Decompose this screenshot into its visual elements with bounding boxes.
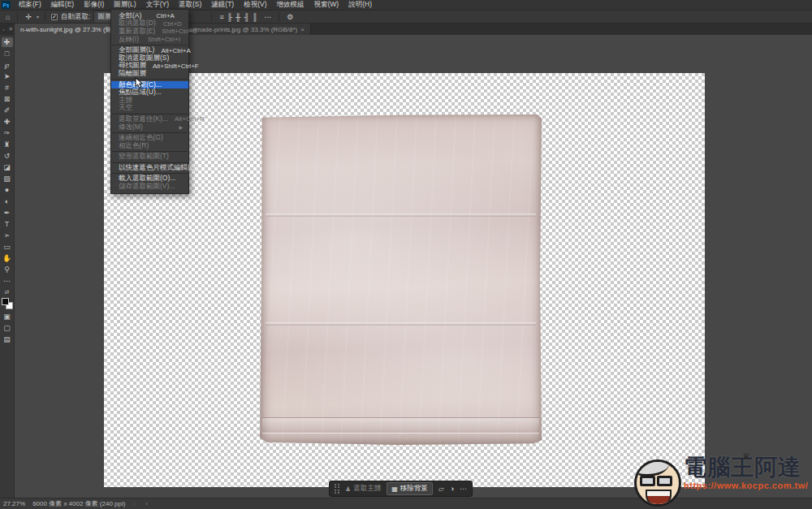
hand-tool[interactable]: ✋	[2, 253, 13, 263]
swap-colors-icon[interactable]: ⇄	[5, 289, 10, 295]
app-frame-icon[interactable]: ▤	[3, 335, 11, 343]
align-menu-icon[interactable]: ≡	[218, 13, 225, 21]
select-menu-dropdown: 全部(A) Ctrl+A 取消選取(D) Ctrl+D 重新選取(E) Shif…	[110, 9, 189, 194]
menu-item-sky[interactable]: 天空	[111, 105, 188, 113]
zoom-level-field[interactable]: 27.27%	[3, 500, 25, 507]
menu-plugins[interactable]: 增效模組	[272, 0, 309, 8]
person-icon: ♟	[345, 485, 351, 493]
divider	[17, 12, 18, 21]
gradient-tool[interactable]: ▨	[2, 174, 13, 183]
quick-mask-icon[interactable]: ▣	[3, 313, 11, 321]
chevron-down-icon[interactable]: ▾	[37, 14, 39, 19]
menu-file[interactable]: 檔案(F)	[14, 0, 46, 8]
distribute-icon[interactable]: ║	[251, 13, 259, 21]
home-icon[interactable]: ⌂	[4, 13, 11, 21]
menu-view[interactable]: 檢視(V)	[239, 0, 271, 8]
dodge-tool[interactable]: ◐	[2, 196, 13, 206]
fabric-image[interactable]	[260, 114, 542, 445]
move-tool[interactable]: ✛	[2, 37, 13, 47]
close-icon[interactable]: ×	[300, 26, 304, 33]
align-center-icon[interactable]: ╫	[234, 13, 242, 21]
fabric-hem	[262, 417, 538, 434]
eraser-tool[interactable]: ◪	[2, 162, 13, 172]
crown-icon: ♛	[742, 451, 750, 462]
brush-tool[interactable]: ✑	[2, 128, 13, 138]
dock-minimize-icon[interactable]: ▫	[0, 24, 7, 35]
site-watermark: ♛ 電腦王阿達 https://www.kocpc.com.tw/	[634, 455, 812, 509]
crop-tool[interactable]: #	[2, 83, 13, 93]
menu-item-transform-selection[interactable]: 變形選取範圍(T)	[111, 153, 188, 162]
align-right-edges-icon[interactable]: ╢	[242, 13, 250, 21]
mascot-mouth	[646, 490, 672, 507]
divider	[211, 12, 212, 21]
healing-brush-tool[interactable]: ✚	[2, 117, 13, 127]
lasso-tool[interactable]: ℘	[2, 60, 13, 70]
mascot-hair	[634, 459, 669, 477]
foreground-color-swatch[interactable]	[2, 298, 9, 305]
canvas-transparency-checkerboard[interactable]	[104, 73, 705, 487]
auto-select-label: 自動選取:	[61, 12, 90, 22]
type-tool[interactable]: T	[2, 219, 13, 229]
menu-window[interactable]: 視窗(W)	[309, 0, 344, 8]
drag-handle[interactable]	[335, 484, 339, 494]
menu-image[interactable]: 影像(I)	[79, 0, 109, 8]
image-icon: ▦	[391, 485, 398, 493]
adjustment-icon[interactable]: ◑	[450, 485, 454, 493]
menu-item-modify[interactable]: 修改(M) ▶	[111, 123, 188, 132]
more-options-icon[interactable]: ⋯	[460, 485, 467, 493]
edit-toolbar-icon[interactable]: ⋯	[2, 276, 13, 286]
watermark-url: https://www.kocpc.com.tw/	[684, 481, 808, 490]
remove-background-button[interactable]: ▦ 移除背景	[387, 482, 433, 495]
scroll-left-icon[interactable]: ‹	[145, 501, 147, 507]
marquee-tool[interactable]: □	[2, 49, 13, 58]
object-selection-tool[interactable]: ➤	[2, 71, 13, 81]
move-tool-preset-icon[interactable]: ✛	[24, 13, 33, 21]
contextual-task-bar: ♟ 選取主體 ▦ 移除背景 ▱ ◑ ⋯	[329, 481, 473, 497]
photoshop-logo: Ps	[2, 1, 11, 9]
blur-tool[interactable]: ●	[2, 185, 13, 195]
menu-edit[interactable]: 編輯(E)	[46, 0, 79, 8]
color-swatches[interactable]	[2, 298, 13, 309]
mouse-cursor	[135, 77, 144, 89]
tools-panel: ✛□℘➤#⊠✐✚✑♜↺◪▨●◐✒T➣▭✋⚲⋯ ⇄ ▣▢▤	[0, 35, 15, 498]
divider	[279, 12, 279, 21]
document-size-info: 6000 像素 x 4002 像素 (240 ppi)	[32, 499, 125, 508]
mascot-face-logo	[634, 459, 681, 507]
fabric-seam	[266, 322, 536, 326]
menu-layer[interactable]: 圖層(L)	[109, 0, 140, 8]
zoom-tool[interactable]: ⚲	[2, 265, 13, 274]
dock-close-icon[interactable]: ✕	[7, 24, 15, 35]
menu-item-inverse[interactable]: 反轉(I) Shift+Ctrl+I	[111, 36, 188, 44]
menu-filter[interactable]: 濾鏡(T)	[206, 0, 239, 8]
path-selection-tool[interactable]: ➣	[2, 231, 13, 240]
menu-type[interactable]: 文字(Y)	[141, 0, 174, 8]
workspace-settings-gear-icon[interactable]: ⚙	[285, 13, 295, 21]
menu-select[interactable]: 選取(S)	[174, 0, 206, 8]
fabric-seam	[266, 214, 536, 217]
divider	[45, 12, 45, 21]
history-brush-tool[interactable]: ↺	[2, 151, 13, 161]
screen-mode-icon[interactable]: ▢	[3, 324, 11, 332]
select-subject-button[interactable]: ♟ 選取主體	[345, 484, 381, 494]
eyedropper-tool[interactable]: ✐	[2, 106, 13, 115]
menu-help[interactable]: 說明(H)	[343, 0, 377, 8]
shape-tool[interactable]: ▭	[2, 242, 13, 252]
menu-item-quick-mask-mode[interactable]: 以快速遮色片模式編輯(Q)	[111, 164, 188, 172]
frame-tool[interactable]: ⊠	[2, 94, 13, 104]
menu-item-similar[interactable]: 相近色(R)	[111, 142, 188, 150]
status-expand-chevron-icon[interactable]: 〉	[132, 500, 138, 508]
clone-stamp-tool[interactable]: ♜	[2, 140, 13, 149]
menu-item-save-selection[interactable]: 儲存選取範圍(V)...	[111, 183, 188, 191]
pen-tool[interactable]: ✒	[2, 208, 13, 218]
transform-icon[interactable]: ▱	[438, 485, 444, 493]
align-left-edges-icon[interactable]: ╟	[226, 13, 234, 21]
auto-select-target-value: 圖層	[97, 12, 111, 22]
auto-select-checkbox[interactable]: ✓	[51, 14, 58, 20]
menu-item-isolate-layers[interactable]: 隔離圖層	[111, 70, 188, 78]
glasses-icon	[640, 476, 672, 486]
more-options-icon[interactable]: ⋯	[262, 13, 273, 21]
photoshop-window: Ps 檔案(F)編輯(E)影像(I)圖層(L)文字(Y)選取(S)濾鏡(T)檢視…	[0, 0, 812, 509]
